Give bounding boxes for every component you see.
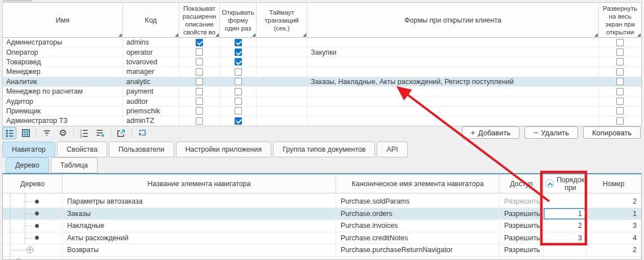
number-cell[interactable]: 4 — [586, 232, 641, 244]
table-row-payment[interactable]: Менеджер по расчетам payment — [3, 87, 641, 96]
fullscreen-checkbox[interactable] — [616, 39, 624, 46]
role-name-cell[interactable]: Аудитор — [3, 96, 123, 105]
element-name-cell[interactable]: Параметры автозаказа — [63, 196, 336, 208]
add-list-item-button[interactable] — [93, 127, 107, 139]
timeout-cell[interactable] — [257, 58, 307, 67]
access-cell[interactable]: Разрешить — [500, 220, 544, 232]
tree-expand-icon[interactable]: + — [27, 246, 33, 253]
access-cell[interactable]: Разрешить — [500, 208, 544, 220]
delete-button[interactable]: − Удалить — [524, 126, 578, 139]
column-header-order[interactable]: Порядок при — [544, 174, 586, 193]
filter-button[interactable] — [39, 127, 54, 139]
canonical-name-cell[interactable]: Purchase.purchaseReturnNavigator — [336, 244, 500, 256]
tab-document-type-group[interactable]: Группа типов документов — [273, 142, 375, 157]
order-cell[interactable] — [544, 244, 586, 256]
fullscreen-checkbox[interactable] — [616, 117, 624, 125]
fullscreen-checkbox[interactable] — [616, 98, 624, 105]
tree-row-invoices[interactable]: Накладные Purchase.invoices Разрешить 2 … — [3, 220, 641, 232]
client-forms-cell[interactable] — [307, 107, 599, 116]
fullscreen-checkbox[interactable] — [616, 49, 624, 56]
client-forms-cell[interactable] — [307, 116, 599, 125]
order-cell[interactable] — [544, 257, 586, 260]
role-code-cell[interactable]: admins — [123, 38, 179, 47]
role-code-cell[interactable]: manager — [123, 67, 179, 76]
timeout-cell[interactable] — [257, 96, 307, 105]
role-name-cell[interactable]: Аналитик — [3, 77, 123, 86]
role-code-cell[interactable]: analytic — [123, 77, 179, 86]
tab-api[interactable]: API — [377, 142, 407, 157]
table-row-adminTZ[interactable]: Администратор ТЗ adminTZ — [3, 116, 641, 126]
column-header-open-once[interactable]: Открывать форму один раз — [220, 3, 257, 37]
tab-properties[interactable]: Свойства — [57, 142, 107, 157]
role-name-cell[interactable]: Менеджер — [3, 67, 123, 76]
role-code-cell[interactable]: operator — [123, 47, 179, 56]
role-name-cell[interactable]: Администраторы — [3, 38, 123, 47]
role-code-cell[interactable]: auditor — [123, 96, 179, 105]
settings-button[interactable]: ⚙ — [56, 127, 70, 139]
element-name-cell[interactable]: Розница — [63, 257, 336, 260]
access-cell[interactable]: Разрешить — [500, 232, 544, 244]
number-cell[interactable]: 2 — [586, 196, 641, 208]
canonical-name-cell[interactable]: Purchase.invoices — [336, 220, 500, 232]
role-code-cell[interactable]: tovaroved — [123, 58, 179, 67]
fullscreen-checkbox[interactable] — [616, 78, 624, 85]
tab-navigator[interactable]: Навигатор — [2, 142, 55, 157]
sort-ascending-icon[interactable] — [545, 179, 554, 188]
timeout-cell[interactable] — [257, 116, 307, 125]
table-row-manager[interactable]: Менеджер manager — [3, 67, 641, 77]
column-header-tree[interactable]: Дерево — [3, 174, 63, 193]
tree-row-credit-notes[interactable]: Акты расхождений Purchase.creditNotes Ра… — [3, 232, 641, 245]
table-row-operator[interactable]: Оператор operator Закупки — [3, 47, 641, 57]
open-once-checkbox[interactable] — [235, 98, 242, 105]
tree-row-retail-clipped[interactable]: Розница Retail.retailNavigator Разрешить… — [3, 257, 641, 260]
add-button[interactable]: + Добавить — [462, 126, 520, 139]
show-extended-checkbox[interactable] — [196, 88, 203, 95]
number-cell[interactable]: 2 — [586, 244, 641, 256]
column-header-timeout[interactable]: Таймаут транзакций (сек.) — [257, 3, 307, 37]
table-row-admins[interactable]: Администраторы admins — [3, 38, 641, 47]
client-forms-cell[interactable] — [307, 87, 599, 96]
fullscreen-checkbox[interactable] — [616, 88, 624, 95]
order-cell-focused[interactable]: 1 — [544, 208, 586, 220]
show-extended-checkbox[interactable] — [196, 49, 203, 56]
grid-view-button[interactable] — [19, 127, 33, 139]
fullscreen-checkbox[interactable] — [616, 107, 624, 114]
column-header-show-extended[interactable]: Показыват расширенн описание свойств во — [179, 3, 220, 37]
client-forms-cell[interactable] — [307, 67, 599, 76]
tree-row-orders-selected[interactable]: Заказы Purchase.orders Разрешить 1 1 — [3, 208, 641, 221]
element-name-cell[interactable]: Накладные — [63, 220, 336, 232]
open-once-checkbox[interactable] — [235, 78, 242, 85]
table-row-analytic-selected[interactable]: Аналитик analytic Заказы, Накладные, Акт… — [3, 77, 641, 87]
tab-users[interactable]: Пользователи — [109, 142, 174, 157]
access-cell[interactable]: Разрешить — [500, 196, 544, 208]
order-cell[interactable]: 3 — [544, 232, 586, 244]
show-extended-checkbox[interactable] — [196, 68, 203, 76]
table-row-tovaroved[interactable]: Товаровед tovaroved — [3, 58, 641, 67]
order-cell[interactable] — [544, 196, 586, 208]
tab-app-settings[interactable]: Настройки приложения — [176, 142, 272, 157]
number-cell[interactable]: 1 — [586, 208, 641, 220]
open-once-checkbox[interactable] — [235, 88, 242, 95]
column-header-number[interactable]: Номер — [586, 174, 641, 193]
open-once-checkbox[interactable] — [235, 107, 242, 114]
column-header-element-name[interactable]: Название элемента навигатора — [63, 174, 336, 193]
column-header-code[interactable]: Код — [123, 3, 179, 37]
timeout-cell[interactable] — [257, 38, 307, 47]
open-once-checkbox[interactable] — [235, 117, 242, 125]
subtab-tree[interactable]: Дерево — [6, 157, 49, 173]
access-cell[interactable]: Разрешить — [500, 244, 544, 256]
open-once-checkbox[interactable] — [235, 68, 242, 76]
show-extended-checkbox[interactable] — [196, 39, 203, 46]
numbered-list-button[interactable]: 123 — [77, 127, 91, 139]
table-row-auditor[interactable]: Аудитор auditor — [3, 96, 641, 106]
timeout-cell[interactable] — [257, 67, 307, 76]
show-extended-checkbox[interactable] — [196, 107, 203, 114]
show-extended-checkbox[interactable] — [196, 58, 203, 65]
show-extended-checkbox[interactable] — [196, 117, 203, 125]
column-header-canonical-name[interactable]: Каноническое имя элемента навигатора — [336, 174, 500, 193]
order-cell[interactable]: 2 — [544, 220, 586, 232]
canonical-name-cell[interactable]: Purchase.soldParams — [336, 196, 500, 208]
role-code-cell[interactable]: adminTZ — [123, 116, 179, 125]
element-name-cell[interactable]: Заказы — [63, 208, 336, 220]
show-extended-checkbox[interactable] — [196, 98, 203, 105]
